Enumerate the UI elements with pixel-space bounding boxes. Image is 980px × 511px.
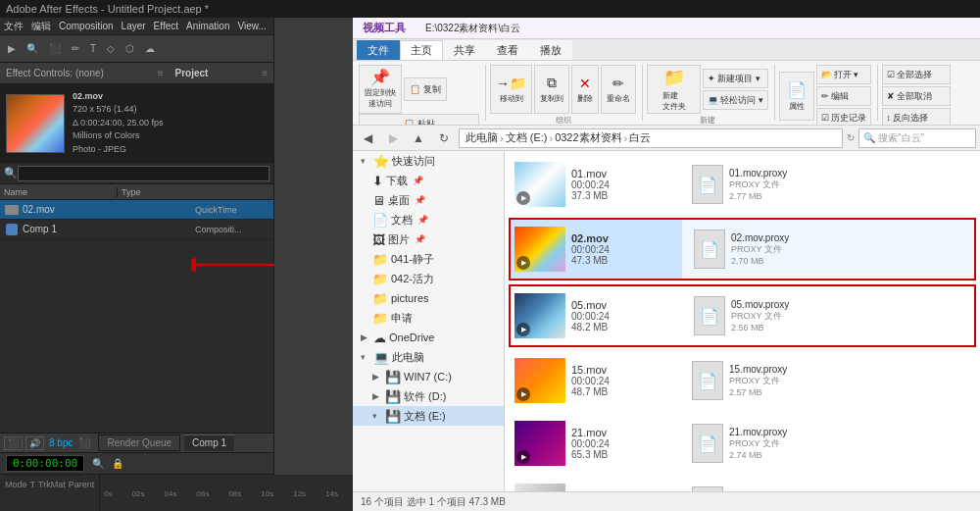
toolbar-icon-8[interactable]: ☁ xyxy=(141,42,159,55)
btn-invert[interactable]: ↕ 反向选择 xyxy=(882,108,951,126)
tree-item-docs[interactable]: 📄 文档 📌 xyxy=(353,210,504,230)
tree-item-quickaccess[interactable]: ▾ ⭐ 快速访问 xyxy=(353,151,504,171)
tree-item-pictures[interactable]: 🖼 图片 📌 xyxy=(353,230,504,249)
marker-8s: 08s xyxy=(228,489,241,498)
tree-item-041[interactable]: 📁 041-静子 xyxy=(353,249,504,269)
toolbar-icon-5[interactable]: T xyxy=(86,42,100,55)
list-item[interactable]: 02.mov QuickTime xyxy=(0,200,273,220)
file-item-05mov[interactable]: ▶ 05.mov 00:00:24 48.2 MB xyxy=(511,286,682,345)
tab-comp1[interactable]: Comp 1 xyxy=(184,434,234,451)
tree-expand-pc: ▾ xyxy=(361,352,370,362)
menu-file[interactable]: 文件 xyxy=(4,20,24,33)
file-item-02mov[interactable]: ▶ 02.mov 00:00:24 47.3 MB xyxy=(511,220,682,279)
btn-delete[interactable]: ✕ 删除 xyxy=(571,65,599,114)
menu-animation[interactable]: Animation xyxy=(186,21,229,31)
tree-expand-c: ▶ xyxy=(372,372,382,382)
menu-effect[interactable]: Effect xyxy=(154,21,178,31)
panel-menu[interactable]: ≡ xyxy=(262,68,268,78)
btn-move-to[interactable]: →📁 移动到 xyxy=(490,65,532,114)
toolbar-icon-6[interactable]: ◇ xyxy=(103,42,119,55)
tab-render-queue[interactable]: Render Queue xyxy=(98,434,180,451)
ae-bottom-panel: ⬛ 🔊 8 bpc ⬛ Render Queue Comp 1 0:00:00:… xyxy=(0,433,273,511)
tab-file[interactable]: 文件 xyxy=(357,40,400,60)
breadcrumb[interactable]: 此电脑 › 文档 (E:) › 0322素材资料 › 白云 xyxy=(459,128,843,148)
organize-buttons: →📁 移动到 ⧉ 复制到 ✕ 删除 ✏ 重命名 xyxy=(490,65,636,114)
back-button[interactable]: ◀ xyxy=(357,128,378,148)
tree-item-desktop[interactable]: 🖥 桌面 📌 xyxy=(353,190,504,210)
breadcrumb-computer[interactable]: 此电脑 xyxy=(466,130,498,145)
file-item-15mov[interactable]: ▶ 15.mov 00:00:24 48.7 MB xyxy=(509,351,680,410)
toolbar-icon-3[interactable]: ⬛ xyxy=(45,42,65,55)
tree-item-d[interactable]: ▶ 💾 软件 (D:) xyxy=(353,386,504,406)
tree-item-onedrive[interactable]: ▶ ☁ OneDrive xyxy=(353,328,504,347)
search-box[interactable]: 🔍 搜索"白云" xyxy=(858,128,976,148)
toolbar-icon-2[interactable]: 🔍 xyxy=(23,42,42,55)
play-btn-01: ▶ xyxy=(516,191,530,205)
drive-e-icon: 💾 xyxy=(385,409,401,424)
btn-copy-to[interactable]: ⧉ 复制到 xyxy=(534,65,569,114)
btn-easy-access[interactable]: 💻 轻松访问 ▾ xyxy=(703,90,768,110)
file-row: ▶ 22.mov 00:00:24 📄 22.mov.p xyxy=(509,477,976,491)
tree-item-thispc[interactable]: ▾ 💻 此电脑 xyxy=(353,347,504,367)
tab-home[interactable]: 主页 xyxy=(400,40,443,60)
btn-paste[interactable]: 📋 粘贴 xyxy=(359,114,479,126)
toolbar-icon-4[interactable]: ✏ xyxy=(68,42,83,55)
file-item-01mov[interactable]: ▶ 01.mov 00:00:24 37.3 MB xyxy=(509,155,680,214)
refresh-button[interactable]: ↻ xyxy=(433,128,455,148)
btn-properties[interactable]: 📄 属性 xyxy=(779,72,814,121)
breadcrumb-materials[interactable]: 0322素材资料 xyxy=(555,130,621,145)
bottom-tabs: ⬛ 🔊 8 bpc ⬛ Render Queue Comp 1 xyxy=(0,434,273,453)
folder-apply-icon: 📁 xyxy=(372,311,388,326)
ae-bottom-icon-2[interactable]: 🔊 xyxy=(25,436,44,450)
col-name-header: Name xyxy=(0,187,118,197)
tree-item-c[interactable]: ▶ 💾 WIN7 (C:) xyxy=(353,367,504,386)
refresh-icon[interactable]: ↻ xyxy=(847,132,855,143)
proxy-item-15[interactable]: 📄 15.mov.proxy PROXY 文件 2.57 MB xyxy=(688,351,859,410)
tree-item-e[interactable]: ▾ 💾 文档 (E:) xyxy=(353,406,504,426)
panel-collapse[interactable]: ≡ xyxy=(158,68,164,78)
btn-select-all[interactable]: ☑ 全部选择 xyxy=(882,65,951,84)
tree-item-pictures2[interactable]: 📁 pictures xyxy=(353,288,504,308)
tab-view[interactable]: 查看 xyxy=(486,40,529,60)
proxy-item-22[interactable]: 📄 22.mov.proxy PROXY 文件 xyxy=(688,477,859,491)
proxy-item-05[interactable]: 📄 05.mov.proxy PROXY 文件 2.56 MB xyxy=(690,286,861,345)
tab-share[interactable]: 共享 xyxy=(443,40,486,60)
btn-history[interactable]: ☑ 历史记录 xyxy=(816,108,871,126)
forward-button[interactable]: ▶ xyxy=(382,128,404,148)
btn-rename[interactable]: ✏ 重命名 xyxy=(601,65,636,114)
btn-open[interactable]: 📂 打开 ▾ xyxy=(816,65,871,84)
list-item[interactable]: Comp 1 Compositi... xyxy=(0,220,273,239)
video-tools-bar: 视频工具 E:\0322素材资料\白云 xyxy=(353,18,980,39)
project-search-input[interactable] xyxy=(18,166,270,181)
up-button[interactable]: ▲ xyxy=(408,128,429,148)
bc-sep-3: › xyxy=(624,132,628,144)
btn-pin[interactable]: 📌 固定到快速访问 xyxy=(359,65,402,114)
btn-deselect-all[interactable]: ✘ 全部取消 xyxy=(882,86,951,106)
menu-layer[interactable]: Layer xyxy=(122,21,146,31)
open-icon: 📂 xyxy=(821,70,832,79)
proxy-item-01[interactable]: 📄 01.mov.proxy PROXY 文件 2.77 MB xyxy=(688,155,859,214)
ae-bottom-icon-3[interactable]: ⬛ xyxy=(78,437,90,448)
search-box-placeholder: 搜索"白云" xyxy=(878,131,924,145)
tab-play[interactable]: 播放 xyxy=(529,40,572,60)
tree-item-042[interactable]: 📁 042-活力 xyxy=(353,269,504,288)
btn-new-folder[interactable]: 📁 新建文件夹 xyxy=(647,65,701,114)
menu-view[interactable]: View... xyxy=(237,21,266,31)
proxy-item-21[interactable]: 📄 21.mov.proxy PROXY 文件 2.74 MB xyxy=(688,414,859,473)
proxy-item-02[interactable]: 📄 02.mov.proxy PROXY 文件 2.70 MB xyxy=(690,220,861,279)
toolbar-icon-7[interactable]: ⬡ xyxy=(122,42,138,55)
btn-copy[interactable]: 📋 复制 xyxy=(404,77,447,101)
preview-dimensions: 720 x 576 (1.44) xyxy=(73,103,164,117)
btn-edit[interactable]: ✏ 编辑 xyxy=(816,86,871,106)
btn-new-item[interactable]: ✦ 新建项目 ▾ xyxy=(703,69,768,88)
breadcrumb-docs[interactable]: 文档 (E:) xyxy=(506,130,548,145)
file-item-21mov[interactable]: ▶ 21.mov 00:00:24 65.3 MB xyxy=(509,414,680,473)
menu-edit[interactable]: 编辑 xyxy=(31,20,51,33)
video-tools-label: 视频工具 xyxy=(363,21,406,35)
tree-item-download[interactable]: ⬇ 下载 📌 xyxy=(353,171,504,190)
breadcrumb-current[interactable]: 白云 xyxy=(629,130,651,145)
file-item-22mov[interactable]: ▶ 22.mov 00:00:24 xyxy=(509,477,680,491)
menu-composition[interactable]: Composition xyxy=(59,21,114,31)
ae-bottom-icon-1[interactable]: ⬛ xyxy=(4,436,23,450)
tree-item-apply[interactable]: 📁 申请 xyxy=(353,308,504,328)
